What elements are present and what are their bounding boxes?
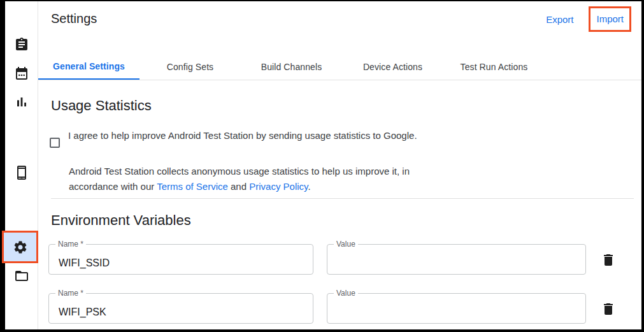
tab-device-actions[interactable]: Device Actions (342, 54, 443, 80)
env-name-label: Name * (55, 289, 86, 298)
tab-general-settings[interactable]: General Settings (38, 54, 140, 80)
sidebar (5, 1, 38, 329)
tests-icon (14, 37, 29, 52)
app-window: Settings Export Import General Settings … (5, 1, 641, 329)
env-value-input[interactable] (327, 293, 586, 324)
env-name-input[interactable] (48, 293, 313, 324)
usage-description-suffix: . (308, 181, 310, 192)
trash-icon (601, 252, 616, 268)
devices-icon (14, 165, 29, 180)
usage-statistics-heading: Usage Statistics (51, 97, 152, 114)
main-content: Settings Export Import General Settings … (38, 1, 641, 329)
env-variable-row: Name * Value (48, 244, 631, 275)
environment-variables-heading: Environment Variables (51, 212, 191, 229)
sidebar-item-devices[interactable] (14, 165, 29, 180)
env-name-label: Name * (55, 240, 86, 249)
env-value-label: Value (334, 289, 358, 298)
env-value-field: Value (327, 244, 586, 275)
sidebar-item-reports[interactable] (14, 94, 29, 110)
terms-of-service-link[interactable]: Terms of Service (157, 181, 228, 192)
file-browser-icon (14, 268, 29, 284)
env-value-input[interactable] (327, 244, 586, 275)
sidebar-item-test-plans[interactable] (14, 66, 29, 81)
usage-consent-label: I agree to help improve Android Test Sta… (68, 128, 417, 148)
privacy-policy-link[interactable]: Privacy Policy (249, 181, 308, 192)
env-variable-row: Name * Value (48, 293, 631, 324)
env-value-label: Value (334, 240, 358, 249)
delete-variable-button[interactable] (601, 252, 616, 268)
env-value-field: Value (327, 293, 586, 324)
sidebar-item-tests[interactable] (14, 37, 29, 52)
usage-consent-row: I agree to help improve Android Test Sta… (50, 128, 417, 148)
tab-config-sets[interactable]: Config Sets (140, 54, 241, 80)
env-name-input[interactable] (48, 244, 313, 275)
test-plans-icon (14, 66, 29, 81)
env-name-field: Name * (48, 244, 313, 275)
trash-icon (601, 301, 616, 317)
section-divider (51, 198, 634, 199)
sidebar-item-file-browser[interactable] (14, 268, 29, 284)
export-button[interactable]: Export (546, 14, 573, 25)
import-highlight-box: Import (589, 6, 631, 32)
tab-build-channels[interactable]: Build Channels (241, 54, 342, 80)
import-button[interactable]: Import (596, 13, 624, 24)
header-actions: Export Import (546, 6, 631, 32)
usage-description-middle: and (228, 181, 249, 192)
settings-icon (13, 240, 28, 255)
delete-variable-button[interactable] (601, 301, 616, 317)
reports-icon (14, 94, 29, 110)
env-name-field: Name * (48, 293, 313, 324)
tab-test-run-actions[interactable]: Test Run Actions (443, 54, 545, 80)
page-title: Settings (51, 11, 97, 26)
usage-consent-checkbox[interactable] (50, 138, 60, 148)
usage-description: Android Test Station collects anonymous … (69, 164, 459, 194)
sidebar-item-settings[interactable] (2, 231, 38, 263)
tab-bar: General Settings Config Sets Build Chann… (38, 54, 641, 80)
